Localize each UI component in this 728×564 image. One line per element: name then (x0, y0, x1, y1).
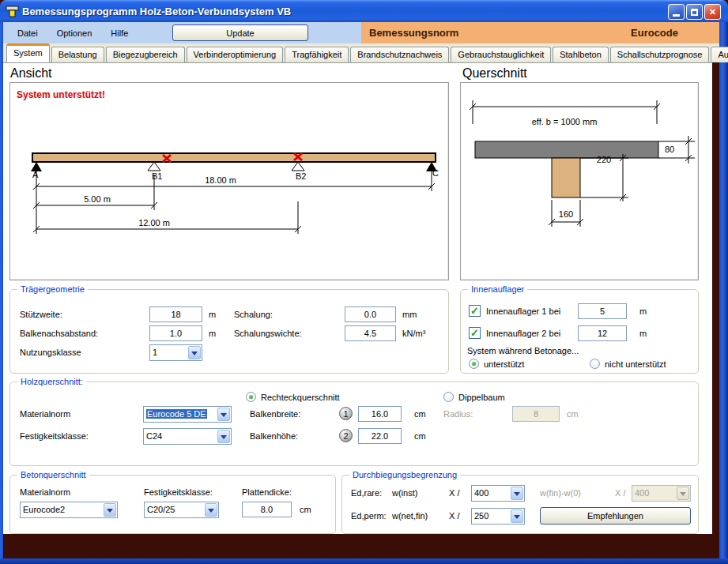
radius-input (512, 406, 560, 422)
tab-system[interactable]: System (6, 43, 50, 62)
chevron-down-icon (677, 487, 689, 500)
plattendicke-input[interactable] (242, 502, 292, 517)
titlebar: Bemessungsprogramm Holz-Beton-Verbundsys… (0, 0, 728, 22)
slab-thickness-label: 80 (665, 145, 674, 154)
stuetzweite-unit: m (209, 310, 216, 319)
chevron-down-icon[interactable] (511, 487, 523, 500)
balkenachsabstand-unit: m (209, 329, 216, 338)
rechteckquerschnitt-radio[interactable] (246, 392, 256, 402)
support-b1-label: B1 (152, 171, 162, 181)
traegergeometrie-group: Trägergeometrie Stützweite: m Schalung: … (9, 289, 449, 374)
nutzungsklasse-label: Nutzungsklasse (20, 348, 81, 357)
innenauflager2-label[interactable]: Innenauflager 2 bei (486, 329, 560, 338)
norm-header: Bemessungsnorm Eurocode (361, 22, 719, 43)
window-border-bottom (0, 558, 728, 564)
innenauflager2-unit: m (639, 329, 647, 338)
dim-total-label: 18.00 m (205, 175, 236, 185)
holzquerschnitt-title: Holzquerschnitt: (17, 377, 86, 386)
dippelbaum-label[interactable]: Dippelbaum (458, 393, 505, 402)
fin-limit-select: 400 (632, 485, 691, 502)
balkenbreite-input[interactable] (358, 406, 402, 422)
holz-festigkeitsklasse-select[interactable]: C24 (143, 428, 232, 445)
menu-datei[interactable]: Datei (8, 26, 47, 40)
minimize-button[interactable] (668, 4, 685, 20)
holz-festigkeitsklasse-label: Festigkeitsklasse: (20, 431, 89, 441)
tab-tragfaehigkeit[interactable]: Tragfähigkeit (285, 47, 349, 62)
menu-hilfe[interactable]: Hilfe (101, 26, 138, 40)
innenauflager2-checkbox[interactable]: ✓ (469, 327, 481, 339)
tab-biegezugbereich[interactable]: Biegezugbereich (106, 47, 185, 62)
update-button[interactable]: Update (172, 24, 308, 41)
chevron-down-icon[interactable] (104, 503, 116, 517)
beton-materialnorm-select[interactable]: Eurocode2 (20, 502, 118, 518)
window-border-right (719, 22, 728, 559)
stuetzweite-input[interactable] (149, 306, 202, 322)
balkenhoehe-label: Balkenhöhe: (250, 431, 298, 441)
app-window: Bemessungsprogramm Holz-Beton-Verbundsys… (0, 0, 728, 564)
schalung-label: Schalung: (234, 310, 273, 319)
tab-strip: System Belastung Biegezugbereich Verbind… (3, 43, 719, 62)
plattendicke-unit: cm (300, 505, 311, 514)
ed-perm-label: Ed,perm: (351, 511, 387, 521)
chevron-down-icon[interactable] (511, 509, 523, 523)
beam-height-label: 220 (597, 155, 611, 164)
close-button[interactable]: ✕ (704, 4, 721, 20)
betonquerschnitt-title: Betonquerschnitt (17, 470, 89, 479)
chevron-down-icon[interactable] (217, 430, 230, 443)
tab-ausgabe[interactable]: Ausgabe (711, 47, 728, 62)
beton-festigkeitsklasse-select[interactable]: C20/25 (144, 502, 219, 518)
beton-materialnorm-label: Materialnorm (20, 487, 70, 497)
nicht-unterstuetzt-radio[interactable] (590, 359, 600, 369)
nutzungsklasse-select[interactable]: 1 (149, 344, 202, 361)
balkenachsabstand-input[interactable] (149, 325, 202, 341)
eff-b-label: eff. b = 1000 mm (532, 117, 598, 126)
radius-unit: cm (567, 409, 579, 419)
ansicht-heading: Ansicht (10, 66, 51, 81)
schalung-input[interactable] (345, 306, 396, 322)
tab-belastung[interactable]: Belastung (51, 47, 104, 62)
check-icon: ✓ (470, 328, 479, 338)
support-b2-label: B2 (296, 171, 306, 181)
innenauflager1-label[interactable]: Innenauflager 1 bei (486, 306, 560, 316)
unterstuetzt-label[interactable]: unterstützt (484, 359, 524, 369)
tab-verbinderoptimierung[interactable]: Verbinderoptimierung (187, 47, 284, 62)
nicht-unterstuetzt-label[interactable]: nicht unterstützt (605, 359, 666, 369)
innenauflager1-checkbox[interactable]: ✓ (469, 305, 481, 317)
innenauflager-title: Innenauflager (468, 284, 527, 294)
norm-value: Eurocode (631, 27, 678, 39)
support-b2-icon (292, 162, 304, 171)
chevron-down-icon[interactable] (205, 503, 217, 517)
innenauflager2-input[interactable] (578, 325, 627, 341)
rare-limit-select[interactable]: 400 (471, 485, 525, 502)
w-netfin-label: w(net,fin) (392, 511, 428, 521)
tab-gebrauchstauglichkeit[interactable]: Gebrauchstauglichkeit (451, 47, 551, 62)
stuetzweite-label: Stützweite: (20, 310, 62, 319)
dippelbaum-radio[interactable] (443, 392, 454, 402)
menu-optionen[interactable]: Optionen (47, 26, 102, 40)
minimize-icon (673, 14, 680, 17)
holz-materialnorm-select[interactable]: Eurocode 5 DE (143, 406, 232, 423)
innenauflager1-input[interactable] (578, 303, 627, 319)
durchbiegung-title: Durchbiegungsbegrenzung (349, 470, 460, 479)
balkenhoehe-unit: cm (414, 431, 426, 441)
unterstuetzt-radio[interactable] (469, 359, 479, 369)
system-view-panel: System unterstützt! A B1 B2 C (9, 82, 449, 280)
cross-section-panel: eff. b = 1000 mm 80 220 (460, 82, 699, 280)
tab-schallschutzprognose[interactable]: Schallschutzprognose (610, 47, 710, 62)
innenauflager-group: Innenauflager ✓ Innenauflager 1 bei m ✓ … (460, 289, 699, 374)
schalungswichte-input[interactable] (345, 325, 396, 341)
chevron-down-icon[interactable] (188, 346, 201, 359)
perm-limit-select[interactable]: 250 (471, 508, 525, 525)
beam-diagram: A B1 B2 C 18.00 m 5.00 m 1 (10, 83, 448, 280)
empfehlungen-button[interactable]: Empfehlungen (540, 507, 691, 525)
rechteckquerschnitt-label[interactable]: Rechteckquerschnitt (261, 393, 340, 402)
tab-stahlbeton[interactable]: Stahlbeton (553, 47, 609, 62)
chevron-down-icon[interactable] (217, 408, 230, 421)
balkenhoehe-input[interactable] (358, 428, 402, 444)
balkenbreite-unit: cm (414, 409, 426, 419)
tab-brandschutznachweis[interactable]: Brandschutznachweis (350, 47, 449, 62)
support-c-label: C (432, 168, 439, 178)
norm-label: Bemessungsnorm (369, 27, 458, 39)
cross-section-diagram: eff. b = 1000 mm 80 220 (461, 83, 698, 280)
maximize-button[interactable] (686, 4, 703, 20)
